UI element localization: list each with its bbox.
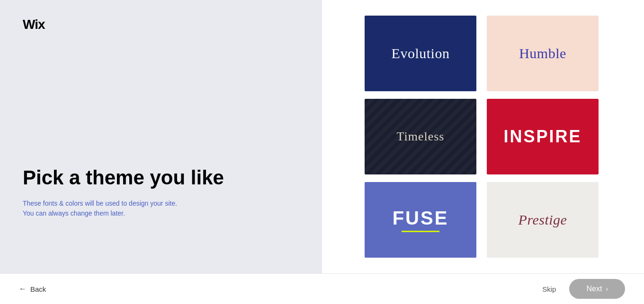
page-heading: Pick a theme you like: [23, 166, 299, 189]
left-content: Pick a theme you like These fonts & colo…: [23, 166, 299, 218]
main-content: Wix Pick a theme you like These fonts & …: [0, 0, 644, 273]
theme-card-inspire[interactable]: INSPIRE: [487, 99, 599, 174]
back-label: Back: [30, 285, 46, 293]
footer-right: Skip Next ›: [542, 279, 625, 299]
footer: ← Back Skip Next ›: [0, 273, 644, 304]
theme-label-humble: Humble: [519, 45, 566, 61]
theme-label-timeless: Timeless: [397, 130, 445, 144]
next-button[interactable]: Next ›: [569, 279, 625, 299]
fuse-inner: FUSE: [393, 208, 449, 232]
back-arrow-icon: ←: [19, 285, 27, 293]
theme-card-fuse[interactable]: FUSE: [365, 182, 476, 258]
back-button[interactable]: ← Back: [19, 285, 46, 293]
left-panel: Wix Pick a theme you like These fonts & …: [0, 0, 322, 273]
theme-label-fuse: FUSE: [393, 208, 449, 229]
theme-card-timeless[interactable]: Timeless: [365, 99, 476, 174]
theme-label-evolution: Evolution: [392, 45, 450, 61]
next-label: Next: [586, 285, 602, 293]
skip-button[interactable]: Skip: [542, 285, 556, 293]
theme-label-prestige: Prestige: [519, 212, 567, 228]
theme-card-evolution[interactable]: Evolution: [365, 16, 476, 91]
theme-card-humble[interactable]: Humble: [487, 16, 599, 91]
wix-logo: Wix: [23, 17, 299, 32]
themes-grid: Evolution Humble Timeless INSPIRE FUSE: [365, 16, 601, 258]
page-subtext: These fonts & colors will be used to des…: [23, 199, 184, 218]
theme-label-inspire: INSPIRE: [503, 127, 581, 147]
next-arrow-icon: ›: [606, 285, 608, 293]
right-panel: Evolution Humble Timeless INSPIRE FUSE: [322, 0, 644, 273]
fuse-underline: [402, 231, 439, 232]
theme-card-prestige[interactable]: Prestige: [487, 182, 599, 258]
